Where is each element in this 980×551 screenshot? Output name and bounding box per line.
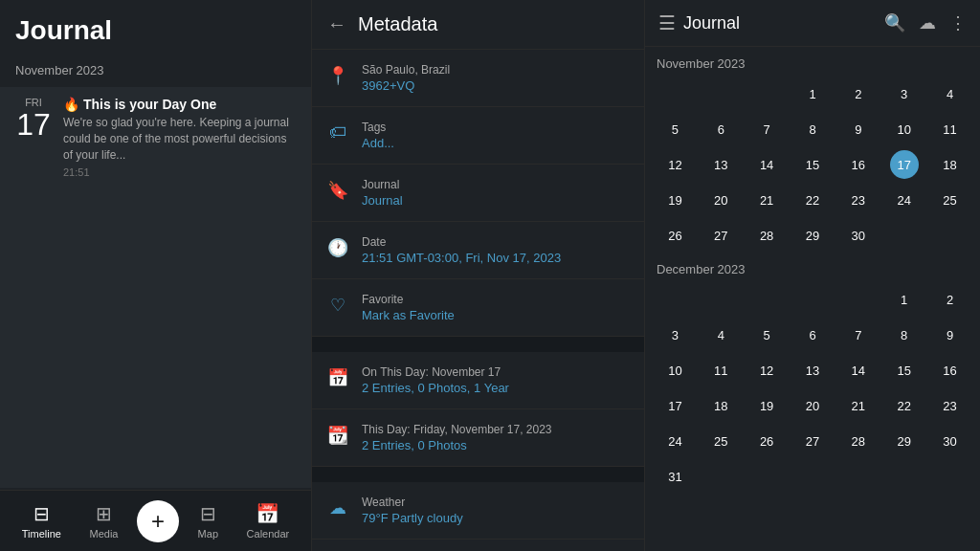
- nav-map[interactable]: ⊟ Map: [189, 496, 228, 545]
- cal-day[interactable]: 1: [881, 282, 926, 317]
- cal-day[interactable]: 1: [791, 77, 835, 111]
- cal-day[interactable]: 26: [745, 424, 790, 458]
- cal-day[interactable]: 3: [653, 318, 698, 352]
- meta-content: TagsAdd...: [362, 121, 394, 150]
- cal-day[interactable]: 17: [881, 147, 926, 182]
- cal-day[interactable]: 31: [653, 459, 698, 494]
- cal-day[interactable]: 19: [653, 183, 698, 217]
- cal-day[interactable]: 4: [699, 318, 744, 352]
- cal-day[interactable]: 11: [699, 353, 744, 387]
- meta-value: Journal: [362, 193, 403, 208]
- cal-day[interactable]: 10: [653, 353, 698, 387]
- meta-item[interactable]: 📆This Day: Friday, November 17, 20232 En…: [312, 409, 644, 467]
- meta-item[interactable]: 📍São Paulo, Brazil3962+VQ: [312, 50, 644, 107]
- meta-item[interactable]: 📅On This Day: November 172 Entries, 0 Ph…: [312, 352, 644, 409]
- cal-day[interactable]: 22: [791, 183, 835, 217]
- cal-day[interactable]: 8: [791, 112, 835, 146]
- cal-day[interactable]: 9: [927, 318, 972, 352]
- cal-day[interactable]: 23: [835, 183, 880, 217]
- meta-item[interactable]: 🏷TagsAdd...: [312, 107, 644, 165]
- cal-day[interactable]: 10: [881, 112, 926, 146]
- cal-day[interactable]: 26: [653, 218, 698, 253]
- cal-day[interactable]: 15: [881, 353, 926, 387]
- left-panel: Journal November 2023 FRI 17 🔥 This is y…: [0, 0, 312, 551]
- cal-day[interactable]: 25: [927, 183, 972, 217]
- timeline-label: Timeline: [22, 528, 61, 540]
- meta-content: São Paulo, Brazil3962+VQ: [362, 63, 450, 93]
- meta-icon: ♡: [327, 295, 348, 316]
- meta-item[interactable]: ☁Weather79°F Partly cloudy: [312, 482, 644, 540]
- cal-day[interactable]: 2: [835, 77, 880, 111]
- cal-day[interactable]: 15: [791, 147, 835, 182]
- cal-day[interactable]: 4: [927, 77, 972, 111]
- cal-day[interactable]: 6: [699, 112, 744, 146]
- cal-day[interactable]: 12: [653, 147, 698, 182]
- cal-day[interactable]: 22: [881, 388, 926, 423]
- cal-day[interactable]: 23: [927, 388, 972, 423]
- meta-value: 2 Entries, 0 Photos: [362, 438, 552, 452]
- menu-icon[interactable]: ☰: [658, 11, 676, 34]
- cal-day[interactable]: 29: [791, 218, 835, 253]
- cal-day[interactable]: 24: [881, 183, 926, 217]
- meta-label: Date: [362, 235, 561, 249]
- cal-day[interactable]: 8: [881, 318, 926, 352]
- meta-content: FavoriteMark as Favorite: [362, 293, 455, 322]
- cal-day[interactable]: 19: [745, 388, 790, 423]
- cal-day[interactable]: 24: [653, 424, 698, 458]
- journal-entry[interactable]: FRI 17 🔥 This is your Day One We're so g…: [0, 87, 311, 488]
- cal-day[interactable]: 12: [745, 353, 790, 387]
- cloud-icon[interactable]: ☁: [919, 12, 936, 33]
- cal-day[interactable]: 6: [791, 318, 835, 352]
- cal-day[interactable]: 16: [835, 147, 880, 182]
- cal-day[interactable]: 9: [835, 112, 880, 146]
- cal-day[interactable]: 30: [927, 424, 972, 458]
- cal-day[interactable]: 27: [699, 218, 744, 253]
- cal-day[interactable]: 7: [745, 112, 790, 146]
- meta-content: On This Day: November 172 Entries, 0 Pho…: [362, 365, 509, 395]
- cal-month-label: November 2023: [653, 47, 972, 77]
- right-header: ☰ Journal 🔍 ☁ ⋮: [645, 0, 980, 47]
- meta-item[interactable]: ♡FavoriteMark as Favorite: [312, 279, 644, 337]
- cal-day[interactable]: 18: [927, 147, 972, 182]
- cal-day[interactable]: 13: [699, 147, 744, 182]
- search-icon[interactable]: 🔍: [884, 12, 905, 33]
- cal-day[interactable]: 30: [835, 218, 880, 253]
- add-entry-button[interactable]: +: [137, 500, 179, 542]
- nav-calendar[interactable]: 📅 Calendar: [237, 496, 300, 545]
- meta-content: JournalJournal: [362, 178, 403, 208]
- meta-item[interactable]: 🔖JournalJournal: [312, 165, 644, 222]
- cal-day[interactable]: 11: [927, 112, 972, 146]
- cal-day[interactable]: 27: [791, 424, 835, 458]
- entry-title: 🔥 This is your Day One: [63, 97, 296, 112]
- nav-timeline[interactable]: ⊟ Timeline: [12, 496, 71, 545]
- meta-item[interactable]: 🕐Date21:51 GMT-03:00, Fri, Nov 17, 2023: [312, 222, 644, 279]
- cal-day[interactable]: 20: [791, 388, 835, 423]
- cal-day[interactable]: 28: [745, 218, 790, 253]
- cal-day[interactable]: 18: [699, 388, 744, 423]
- cal-day[interactable]: 21: [745, 183, 790, 217]
- meta-value: 21:51 GMT-03:00, Fri, Nov 17, 2023: [362, 251, 561, 265]
- nav-media[interactable]: ⊞ Media: [80, 496, 128, 545]
- cal-day[interactable]: 5: [745, 318, 790, 352]
- cal-day[interactable]: 28: [835, 424, 880, 458]
- more-icon[interactable]: ⋮: [949, 12, 967, 33]
- cal-day[interactable]: 14: [745, 147, 790, 182]
- meta-icon: 📅: [327, 367, 348, 388]
- meta-label: This Day: Friday, November 17, 2023: [362, 423, 552, 436]
- cal-day[interactable]: 16: [927, 353, 972, 387]
- cal-day[interactable]: 25: [699, 424, 744, 458]
- cal-day[interactable]: 2: [927, 282, 972, 317]
- cal-day[interactable]: 20: [699, 183, 744, 217]
- back-button[interactable]: ←: [327, 13, 346, 35]
- cal-day[interactable]: 13: [791, 353, 835, 387]
- cal-cell-empty: [835, 282, 880, 317]
- cal-day[interactable]: 21: [835, 388, 880, 423]
- meta-item[interactable]: 📱Entry Creation DeviceSM-S908E, samsung,…: [312, 540, 644, 551]
- cal-day[interactable]: 29: [881, 424, 926, 458]
- meta-icon: 🔖: [327, 180, 348, 201]
- cal-day[interactable]: 14: [835, 353, 880, 387]
- cal-day[interactable]: 3: [881, 77, 926, 111]
- cal-day[interactable]: 17: [653, 388, 698, 423]
- cal-day[interactable]: 5: [653, 112, 698, 146]
- cal-day[interactable]: 7: [835, 318, 880, 352]
